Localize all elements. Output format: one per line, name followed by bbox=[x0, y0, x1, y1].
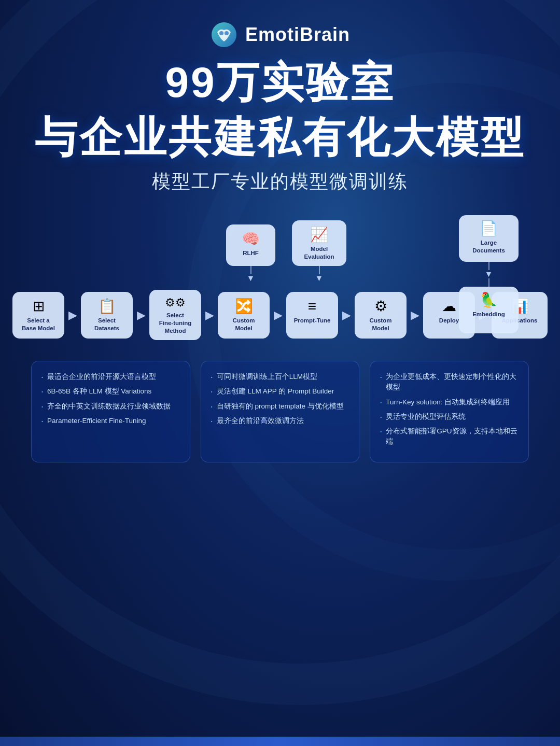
info-item-1-2: 6B-65B 各种 LLM 模型 Variations bbox=[41, 386, 180, 397]
node-model-evaluation: 📈 ModelEvaluation bbox=[292, 220, 346, 266]
svg-point-1 bbox=[219, 31, 223, 35]
prompt-label: Prompt-Tune bbox=[294, 317, 331, 325]
node-embedding: 🦜 Embedding bbox=[459, 287, 519, 333]
node-rlhf: 🧠 RLHF bbox=[226, 224, 275, 266]
headline-line1: 99万实验室 bbox=[31, 59, 529, 106]
info-item-3-4: 分布式智能部署GPU资源，支持本地和云端 bbox=[380, 426, 519, 447]
deploy-label: Deploy bbox=[439, 317, 459, 325]
info-item-3-3: 灵活专业的模型评估系统 bbox=[380, 412, 519, 422]
headline-line2: 与企业共建私有化大模型 bbox=[31, 114, 529, 161]
info-item-1-4: Parameter-Efficient Fine-Tuning bbox=[41, 416, 180, 426]
info-item-1-3: 齐全的中英文训练数据及行业领域数据 bbox=[41, 401, 180, 412]
large-documents-icon: 📄 bbox=[480, 221, 498, 236]
datasets-icon: 📋 bbox=[98, 299, 116, 314]
datasets-label: SelectDatasets bbox=[94, 317, 119, 332]
info-box-2-list: 可同时微调训练上百个LLM模型 灵活创建 LLM APP 的 Prompt Bu… bbox=[211, 372, 350, 426]
node-select-finetuning: ⚙⚙ SelectFine-tuningMethod bbox=[149, 290, 201, 340]
model-eval-label: ModelEvaluation bbox=[304, 245, 334, 261]
node-large-documents: 📄 LargeDocuments bbox=[459, 215, 519, 262]
finetuning-icon: ⚙⚙ bbox=[165, 297, 186, 308]
v-conn-rlhf: ▼ bbox=[247, 266, 255, 283]
info-boxes: 最适合企业的前沿开源大语言模型 6B-65B 各种 LLM 模型 Variati… bbox=[31, 361, 529, 462]
custom1-label: CustomModel bbox=[233, 317, 255, 332]
main-flow-row: ⊞ Select aBase Model ▶ 📋 SelectDatasets … bbox=[31, 290, 529, 340]
info-box-3-list: 为企业更低成本、更快速定制个性化的大模型 Turn-Key solution: … bbox=[380, 372, 519, 447]
node-prompt-tune: ≡ Prompt-Tune bbox=[286, 292, 338, 339]
v-conn-eval: ▼ bbox=[315, 266, 324, 283]
arrow-4: ▶ bbox=[270, 308, 286, 322]
svg-point-2 bbox=[225, 31, 229, 35]
info-box-3: 为企业更低成本、更快速定制个性化的大模型 Turn-Key solution: … bbox=[370, 361, 529, 462]
base-model-icon: ⊞ bbox=[33, 299, 45, 314]
finetuning-label: SelectFine-tuningMethod bbox=[159, 312, 192, 335]
info-box-2: 可同时微调训练上百个LLM模型 灵活创建 LLM APP 的 Prompt Bu… bbox=[201, 361, 360, 462]
mid-flow-row: 🧠 RLHF ▼ 📈 ModelEvaluation ▼ bbox=[31, 220, 529, 283]
custom1-icon: 🔀 bbox=[235, 299, 253, 314]
embedding-icon: 🦜 bbox=[480, 293, 498, 307]
info-item-2-4: 最齐全的前沿高效微调方法 bbox=[211, 416, 350, 426]
model-eval-icon: 📈 bbox=[310, 228, 328, 242]
large-documents-label: LargeDocuments bbox=[472, 239, 505, 255]
info-box-1: 最适合企业的前沿开源大语言模型 6B-65B 各种 LLM 模型 Variati… bbox=[31, 361, 190, 462]
info-item-1-1: 最适合企业的前沿开源大语言模型 bbox=[41, 372, 180, 382]
prompt-icon: ≡ bbox=[308, 299, 316, 314]
info-item-2-2: 灵活创建 LLM APP 的 Prompt Builder bbox=[211, 386, 350, 397]
info-item-3-1: 为企业更低成本、更快速定制个性化的大模型 bbox=[380, 372, 519, 393]
base-model-label: Select aBase Model bbox=[22, 317, 55, 332]
rlhf-icon: 🧠 bbox=[242, 232, 260, 246]
arrow-3: ▶ bbox=[201, 308, 218, 322]
v-connector-1: ▼ bbox=[485, 262, 493, 287]
custom2-label: CustomModel bbox=[370, 317, 392, 332]
info-item-2-1: 可同时微调训练上百个LLM模型 bbox=[211, 372, 350, 382]
custom2-icon: ⚙ bbox=[374, 299, 387, 314]
node-select-base-model: ⊞ Select aBase Model bbox=[12, 292, 64, 339]
header: EmotiBrain bbox=[31, 21, 529, 49]
brand-name: EmotiBrain bbox=[245, 24, 350, 46]
node-custom-model-1: 🔀 CustomModel bbox=[218, 292, 270, 339]
arrow-2: ▶ bbox=[133, 308, 149, 322]
rlhf-label: RLHF bbox=[243, 249, 259, 257]
info-box-1-list: 最适合企业的前沿开源大语言模型 6B-65B 各种 LLM 模型 Variati… bbox=[41, 372, 180, 426]
embedding-label: Embedding bbox=[472, 311, 505, 318]
flow-diagram: 📄 LargeDocuments ▼ 🦜 Embedding 🧠 bbox=[31, 220, 529, 340]
info-item-3-2: Turn-Key solution: 自动集成到终端应用 bbox=[380, 397, 519, 407]
deploy-icon: ☁ bbox=[442, 299, 456, 314]
arrow-1: ▶ bbox=[64, 308, 81, 322]
info-item-2-3: 自研独有的 prompt template 与优化模型 bbox=[211, 401, 350, 412]
subtitle: 模型工厂专业的模型微调训练 bbox=[31, 169, 529, 194]
node-custom-model-2: ⚙ CustomModel bbox=[355, 292, 407, 339]
arrow-6: ▶ bbox=[407, 308, 423, 322]
arrow-5: ▶ bbox=[338, 308, 355, 322]
brand-logo bbox=[210, 21, 238, 49]
node-select-datasets: 📋 SelectDatasets bbox=[81, 292, 133, 339]
